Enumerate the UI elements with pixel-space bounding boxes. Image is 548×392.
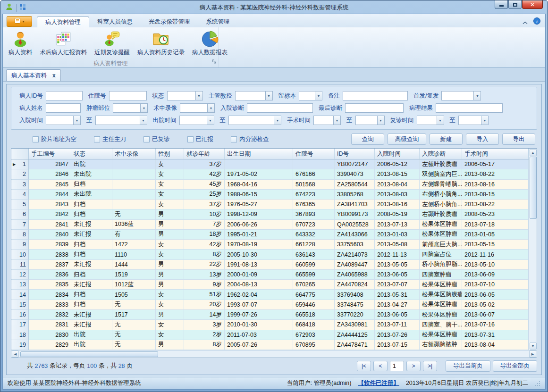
ribbon-collapse-chevron-icon[interactable] [523, 18, 528, 26]
next-page-button[interactable]: > [406, 361, 421, 371]
final-diagnosis-input[interactable] [345, 103, 404, 113]
dropdown-arrow-icon[interactable]: ▼ [140, 104, 147, 112]
tab-disc-video-management[interactable]: 光盘录像带管理 [141, 17, 198, 27]
import-button[interactable]: 导入 [466, 133, 499, 145]
dropdown-arrow-icon[interactable]: ▼ [73, 116, 80, 125]
checkbox-box-icon[interactable] [143, 136, 150, 142]
ribbon-button-revisit-reminder[interactable]: 近期复诊提醒 [91, 29, 134, 58]
tumor-site-combo[interactable]: ▼ [113, 103, 148, 113]
table-row[interactable]: 142834归档1505女51岁1962-02-0466477533769408… [11, 290, 529, 300]
last-page-button[interactable]: >| [423, 361, 437, 371]
admit-date-from-combo[interactable]: ▼ [46, 116, 81, 125]
table-row[interactable]: 162832未汇报1517男14岁1999-07-266655183377022… [11, 310, 529, 320]
doc-tab-patient-basic-info[interactable]: 病人基本资料 x [6, 69, 61, 81]
table-row[interactable]: 92839归档1472女42岁1970-08-19661228337556032… [11, 240, 529, 250]
table-row[interactable]: ▶12847出院女37岁YB00721472006-05-12左额叶胶质瘤200… [11, 159, 529, 169]
ribbon-button-postop-report[interactable]: 术后病人汇报资料 [36, 29, 91, 58]
discharge-date-to-combo[interactable]: ▼ [228, 116, 281, 125]
prev-page-button[interactable]: < [373, 361, 388, 371]
dropdown-arrow-icon[interactable]: ▼ [481, 116, 488, 125]
export-all-pages-button[interactable]: 导出全部页 [493, 360, 538, 372]
col-header-age[interactable]: 就诊年龄 [184, 149, 225, 159]
quick-access-layout-icon[interactable] [19, 4, 26, 12]
app-logo-icon[interactable] [5, 3, 13, 13]
checkbox-box-icon[interactable] [94, 136, 100, 142]
minimize-button[interactable] [495, 0, 508, 9]
dropdown-arrow-icon[interactable]: ▼ [207, 104, 214, 112]
advanced-query-button[interactable]: 高级查询 [388, 133, 426, 145]
export-current-page-button[interactable]: 导出当前页 [446, 360, 490, 372]
dropdown-arrow-icon[interactable]: ▼ [377, 116, 384, 125]
close-button[interactable]: ✕ [522, 0, 543, 9]
table-row[interactable]: 122836归档1519男13岁2000-01-09665599ZA406598… [11, 270, 529, 280]
checkbox-box-icon[interactable] [33, 136, 39, 142]
table-row[interactable]: 132835未汇报1012蓝男9岁2004-08-13670265ZA44708… [11, 280, 529, 290]
col-header-surgery-date[interactable]: 手术时间 [462, 149, 529, 159]
table-row[interactable]: 102838归档1110女8岁2005-10-30636143ZA4214073… [11, 250, 529, 259]
remarks-input[interactable] [343, 91, 408, 100]
revisit-date-from-combo[interactable]: ▼ [417, 116, 444, 125]
horizontal-scroll-track[interactable] [19, 351, 529, 358]
col-header-id-no[interactable]: ID号 [335, 149, 375, 159]
table-row[interactable]: 32845归档女45岁1968-04-16501568ZA25805442013… [11, 180, 529, 190]
table-row[interactable]: 112837未汇报1444男22岁1991-08-13660599ZA40894… [11, 260, 529, 270]
scroll-down-icon[interactable]: ▼ [530, 342, 537, 350]
table-row[interactable]: 192829出院无男8岁2005-07-26670895ZA4478471201… [11, 340, 529, 350]
specimen-combo[interactable]: ▼ [299, 91, 322, 100]
film-address-empty-checkbox[interactable]: 胶片地址为空 [33, 135, 76, 143]
surgery-video-combo[interactable]: ▼ [180, 103, 215, 113]
tab-patient-data-management[interactable]: 病人资料管理 [37, 17, 89, 27]
dropdown-arrow-icon[interactable]: ▼ [473, 92, 481, 100]
first-recurrence-combo[interactable]: ▼ [441, 91, 481, 100]
table-row[interactable]: 172831未汇报无女3岁2010-01-30668418ZA343098120… [11, 320, 529, 330]
query-button[interactable]: 查询 [351, 133, 384, 145]
col-header-manual-no[interactable]: 手工编号 [29, 149, 71, 159]
table-row[interactable]: 42844未出院女25岁1988-06-15674223338052682013… [11, 190, 529, 200]
col-header-admission-no[interactable]: 住院号 [293, 149, 335, 159]
dropdown-arrow-icon[interactable]: ▼ [195, 92, 202, 100]
scroll-up-icon[interactable]: ▲ [530, 149, 537, 156]
scroll-right-icon[interactable]: ▶ [529, 350, 536, 358]
table-row[interactable]: 82840未汇报有男18岁1995-01-21643332ZA414306620… [11, 230, 529, 240]
revisited-checkbox[interactable]: 已复诊 [143, 135, 170, 143]
col-header-admit-date[interactable]: 入院时间 [375, 149, 420, 159]
revisit-date-to-combo[interactable]: ▼ [458, 116, 489, 125]
dropdown-arrow-icon[interactable]: ▼ [315, 92, 322, 100]
dropdown-arrow-icon[interactable]: ▼ [140, 116, 147, 125]
maximize-button[interactable] [508, 0, 522, 9]
horizontal-scroll-thumb[interactable] [20, 351, 158, 357]
table-row[interactable]: 72841未汇报1036蓝男7岁2006-06-26670723QA002552… [11, 220, 529, 230]
admit-date-to-combo[interactable]: ▼ [95, 116, 147, 125]
tab-system-management[interactable]: 系统管理 [198, 17, 238, 27]
application-menu-button[interactable]: ▾ [7, 16, 32, 27]
dropdown-arrow-icon[interactable]: ▼ [437, 116, 444, 125]
col-header-video[interactable]: 术中录像 [112, 149, 156, 159]
professor-combo[interactable]: ▼ [235, 91, 273, 100]
col-header-gender[interactable]: 性别 [156, 149, 184, 159]
patient-name-input[interactable] [46, 103, 81, 113]
ribbon-button-history-record[interactable]: 病人资料历史记录 [134, 29, 188, 58]
dialog-launcher-icon[interactable] [212, 58, 217, 66]
table-row[interactable]: 22846未出院女42岁1971-05-02676166339040732013… [11, 169, 529, 179]
tab-close-icon[interactable]: x [52, 72, 56, 79]
surgery-date-to-combo[interactable]: ▼ [355, 116, 385, 125]
export-button[interactable]: 导出 [502, 133, 535, 145]
tab-department-staff-info[interactable]: 科室人员信息 [89, 17, 141, 27]
status-combo[interactable]: ▼ [167, 91, 203, 100]
dropdown-arrow-icon[interactable]: ▼ [207, 116, 214, 125]
new-button[interactable]: 新建 [430, 133, 463, 145]
col-header-birth-date[interactable]: 出生日期 [225, 149, 293, 159]
vertical-scroll-track[interactable] [530, 157, 537, 342]
col-header-status[interactable]: 状态 [71, 149, 112, 159]
help-info-icon[interactable]: i [533, 17, 540, 26]
col-header-diagnosis[interactable]: 入院诊断 [420, 149, 462, 159]
ribbon-button-patient-data[interactable]: 病人资料 [5, 29, 36, 58]
table-row[interactable]: 152833归档无女20岁1993-07-0765944633748475201… [11, 300, 529, 310]
dropdown-arrow-icon[interactable]: ▼ [333, 116, 340, 125]
vertical-scrollbar[interactable]: ▲ ▼ [529, 149, 537, 350]
dropdown-arrow-icon[interactable]: ▼ [274, 116, 281, 125]
admission-no-input[interactable] [109, 91, 147, 100]
first-page-button[interactable]: |< [357, 361, 371, 371]
reported-checkbox[interactable]: 已汇报 [187, 135, 214, 143]
ribbon-button-data-report[interactable]: 病人数据报表 [188, 29, 231, 58]
